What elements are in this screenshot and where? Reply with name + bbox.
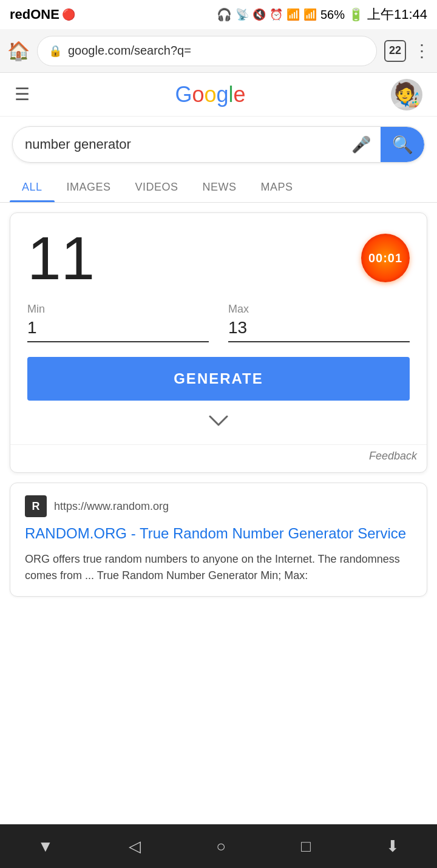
tab-count[interactable]: 22 — [384, 40, 406, 62]
bottom-nav: ▼ ◁ ○ □ ⬇ — [0, 824, 437, 868]
result-source-row: R https://www.random.org — [25, 495, 412, 517]
number-generator-widget: 11 00:01 Min 1 Max 13 GENERATE Feedback — [10, 212, 427, 473]
nav-back-icon[interactable]: ◁ — [117, 831, 153, 862]
search-button[interactable]: 🔍 — [381, 127, 424, 162]
search-bar[interactable]: 🎤 🔍 — [12, 126, 425, 163]
home-icon[interactable]: 🏠 — [7, 40, 30, 61]
nav-download-icon[interactable]: ⬇ — [374, 831, 412, 862]
nav-home-icon[interactable]: ○ — [204, 831, 238, 862]
result-snippet: ORG offers true random numbers to anyone… — [25, 551, 412, 584]
mic-icon[interactable]: 🎤 — [342, 135, 381, 154]
wifi-icon: 📶 — [286, 8, 300, 21]
alarm-icon: ⏰ — [269, 8, 283, 21]
lock-icon: 🔒 — [49, 44, 62, 58]
more-menu-icon[interactable]: ⋮ — [413, 41, 430, 61]
carrier-icon: 🔴 — [62, 8, 75, 21]
timer-text: 00:01 — [368, 251, 402, 265]
generated-number: 11 — [27, 228, 95, 288]
search-bar-wrapper: 🎤 🔍 — [0, 117, 437, 172]
tab-videos[interactable]: VIDEOS — [123, 172, 191, 202]
url-bar[interactable]: 🔒 google.com/search?q= — [37, 36, 377, 66]
search-input[interactable] — [13, 137, 342, 152]
min-value[interactable]: 1 — [27, 318, 209, 342]
search-result-card: R https://www.random.org RANDOM.ORG - Tr… — [10, 483, 427, 597]
result-favicon: R — [25, 495, 47, 517]
mute-icon: 🔇 — [252, 8, 266, 21]
nav-down-icon[interactable]: ▼ — [25, 831, 66, 862]
signal-icon: 📶 — [303, 8, 317, 21]
tab-maps[interactable]: MAPS — [249, 172, 305, 202]
tab-all[interactable]: ALL — [10, 172, 55, 202]
status-bar: redONE 🔴 🎧 📡 🔇 ⏰ 📶 📶 56% 🔋 上午11:44 — [0, 0, 437, 29]
battery-text: 56% — [320, 8, 345, 22]
google-header: ☰ G o o g l e 🧑‍🎨 — [0, 73, 437, 117]
headphone-icon: 🎧 — [217, 7, 232, 22]
battery-icon: 🔋 — [348, 7, 364, 22]
timer-badge: 00:01 — [361, 234, 410, 282]
generate-button[interactable]: GENERATE — [27, 357, 410, 401]
min-label: Min — [27, 303, 209, 316]
cast-icon: 📡 — [235, 8, 249, 21]
result-title[interactable]: RANDOM.ORG - True Random Number Generato… — [25, 523, 412, 544]
tabs-bar: ALL IMAGES VIDEOS NEWS MAPS — [0, 172, 437, 203]
google-logo: G o o g l e — [175, 82, 245, 107]
min-group: Min 1 — [27, 303, 209, 342]
max-group: Max 13 — [228, 303, 410, 342]
max-value[interactable]: 13 — [228, 318, 410, 342]
result-url: https://www.random.org — [54, 500, 169, 513]
min-max-row: Min 1 Max 13 — [27, 303, 410, 342]
feedback-link[interactable]: Feedback — [369, 450, 417, 463]
expand-chevron-icon[interactable] — [27, 408, 410, 435]
browser-bar: 🏠 🔒 google.com/search?q= 22 ⋮ — [0, 29, 437, 73]
tab-news[interactable]: NEWS — [191, 172, 249, 202]
status-time: 上午11:44 — [367, 5, 427, 24]
feedback-row: Feedback — [10, 444, 427, 472]
number-display-row: 11 00:01 — [27, 228, 410, 288]
status-icons: 🎧 📡 🔇 ⏰ 📶 📶 56% 🔋 上午11:44 — [217, 5, 427, 24]
avatar[interactable]: 🧑‍🎨 — [391, 79, 422, 110]
tab-images[interactable]: IMAGES — [55, 172, 123, 202]
nav-recents-icon[interactable]: □ — [289, 831, 323, 862]
hamburger-icon[interactable]: ☰ — [15, 84, 30, 104]
carrier: redONE 🔴 — [10, 7, 75, 22]
search-icon: 🔍 — [392, 135, 413, 155]
url-text: google.com/search?q= — [68, 44, 191, 58]
max-label: Max — [228, 303, 410, 316]
